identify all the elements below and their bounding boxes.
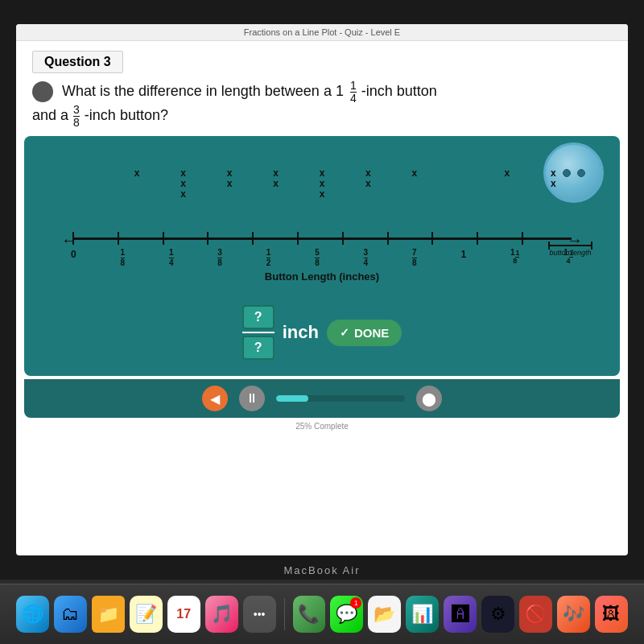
xmark: x <box>504 168 510 179</box>
done-button[interactable]: ✓ DONE <box>327 320 402 346</box>
dock-separator <box>284 598 285 630</box>
label-7-8-den: 8 <box>412 258 417 267</box>
xcol-7: x <box>391 168 437 225</box>
label-1-2: 1 2 <box>266 249 271 267</box>
label-1-8-den: 8 <box>121 258 126 267</box>
forward-button[interactable]: ⬤ <box>416 386 442 411</box>
fraction-3-8: 3 8 <box>73 104 80 128</box>
axis-label: Button Length (inches) <box>56 270 588 283</box>
tick-9 <box>477 232 478 245</box>
number-line <box>72 237 572 240</box>
answer-area: ? ? inch ✓ DONE <box>40 305 604 360</box>
question-text-and: and a <box>32 107 72 123</box>
dock-phone[interactable]: 📞 <box>293 596 326 633</box>
frac1-denominator: 4 <box>350 93 357 104</box>
dock-files[interactable]: 📂 <box>368 596 401 633</box>
label-1-2-den: 2 <box>266 258 271 267</box>
label-1-1-8-whole: 11 <box>510 249 520 257</box>
xcol-6: x x <box>345 168 391 225</box>
button-length-bar <box>548 245 592 246</box>
label-7-8-num: 7 <box>412 249 417 258</box>
numerator-box[interactable]: ? <box>242 305 275 329</box>
macbook-label: MacBook Air <box>284 564 361 576</box>
dock-music2[interactable]: 🎶 <box>557 596 590 633</box>
x-marks-grid: x x x x x x x x <box>56 168 588 225</box>
denominator-value: ? <box>254 341 262 355</box>
label-1-1-4-den: 4 <box>567 257 571 265</box>
dock-folder[interactable]: 📁 <box>92 596 125 633</box>
left-arrow-icon: ← <box>61 231 77 250</box>
xcol-4: x x <box>253 168 299 225</box>
xcol-10: x x <box>530 168 576 225</box>
dock-charts[interactable]: 📊 <box>406 596 439 633</box>
progress-bar-fill <box>276 395 308 402</box>
dock-calendar[interactable]: 17 <box>167 596 200 633</box>
dock-appstore[interactable]: 🅰 <box>444 596 477 633</box>
question-text: What is the difference in length between… <box>32 80 612 128</box>
dock-notes[interactable]: 📝 <box>130 596 163 633</box>
pause-button[interactable]: ⏸ <box>239 386 265 411</box>
question-number: Question 3 <box>32 51 123 73</box>
label-1: 1 <box>460 249 466 267</box>
label-1-8: 1 8 <box>121 249 126 267</box>
label-5-8-num: 5 <box>315 249 320 258</box>
dock-system[interactable]: ⚙ <box>481 596 514 633</box>
dock-music[interactable]: 🎵 <box>205 596 238 633</box>
dock-photos[interactable]: 🖼 <box>595 596 628 633</box>
frac1-numerator: 1 <box>350 80 357 93</box>
top-bar: Fractions on a Line Plot - Quiz - Level … <box>16 24 628 41</box>
label-1-1-8-den: 8 <box>513 257 517 265</box>
tick-10 <box>522 232 523 245</box>
done-label: DONE <box>354 326 389 340</box>
number-line-wrapper: ← → <box>56 226 588 249</box>
bottom-controls: ◀ ⏸ ⬤ 25% Complete <box>24 379 620 418</box>
dock-more[interactable]: ••• <box>243 596 276 633</box>
back-button[interactable]: ◀ <box>202 386 228 411</box>
dock-prohibited[interactable]: 🚫 <box>519 596 552 633</box>
tick-5 <box>297 232 299 245</box>
denominator-box[interactable]: ? <box>242 336 275 360</box>
label-0: 0 <box>71 249 76 267</box>
tick-1 <box>118 232 119 245</box>
mixed-number-1: 1 4 <box>348 80 357 104</box>
main-area: x x x x x x x x <box>24 136 620 376</box>
xmark: x <box>227 179 233 189</box>
fraction-answer-input: ? ? <box>242 305 275 360</box>
page-title: Fractions on a Line Plot - Quiz - Level … <box>244 27 400 37</box>
tick-8 <box>431 232 433 245</box>
label-5-8: 5 8 <box>315 249 320 267</box>
question-area: Question 3 What is the difference in len… <box>16 41 628 136</box>
frac2-numerator: 3 <box>73 104 80 117</box>
button-length-indicator: button length <box>548 245 592 257</box>
xmark: x <box>365 179 371 189</box>
bar-left-cap <box>548 242 550 250</box>
question-text-middle: -inch button <box>361 83 437 99</box>
xmark: x <box>412 168 418 179</box>
xmark: x <box>551 179 556 189</box>
numerator-value: ? <box>254 310 262 324</box>
dock-messages[interactable]: 💬 1 <box>330 596 363 633</box>
fraction-divider <box>242 332 275 333</box>
label-3-8-num: 3 <box>217 249 222 258</box>
xcol-5: x x x <box>299 168 345 225</box>
label-1-4-den: 4 <box>169 258 174 267</box>
dock-area: 🌐 🗂 📁 📝 17 🎵 ••• 📞 💬 1 📂 📊 🅰 ⚙ 🚫 🎶 🖼 <box>0 584 644 644</box>
speaker-icon[interactable] <box>32 81 53 102</box>
label-1-8-num: 1 <box>121 249 126 258</box>
xmark: x <box>180 189 186 200</box>
question-text-before: What is the difference in length between… <box>62 83 344 99</box>
label-7-8: 7 8 <box>412 249 417 267</box>
label-3-4-num: 3 <box>364 249 369 258</box>
xcol-1: x <box>114 168 159 225</box>
label-1-4: 1 4 <box>169 249 174 267</box>
progress-bar-container <box>276 395 405 402</box>
dock-finder[interactable]: 🗂 <box>54 596 87 633</box>
xmark: x <box>320 189 325 200</box>
line-plot-container: x x x x x x x x <box>40 144 604 297</box>
question-text-after: -inch button? <box>85 107 168 123</box>
messages-badge: 1 <box>350 597 361 609</box>
tick-4 <box>252 232 254 245</box>
label-1-2-num: 1 <box>266 249 271 258</box>
xcol-0 <box>68 168 114 225</box>
dock-safari[interactable]: 🌐 <box>16 596 49 633</box>
